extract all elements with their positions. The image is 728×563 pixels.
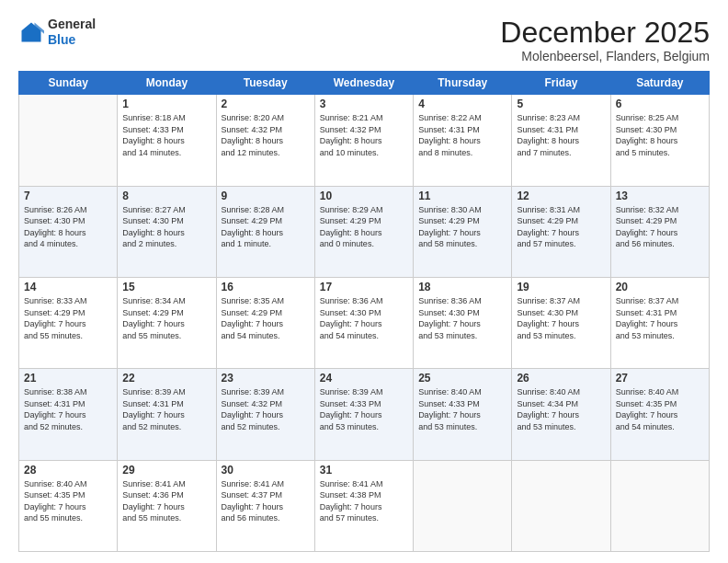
day-number: 24 [320, 372, 408, 385]
day-info: Sunrise: 8:28 AM Sunset: 4:29 PM Dayligh… [222, 204, 310, 250]
table-row: 15Sunrise: 8:34 AM Sunset: 4:29 PM Dayli… [118, 277, 216, 368]
col-wednesday: Wednesday [314, 72, 413, 95]
col-thursday: Thursday [414, 72, 512, 95]
day-number: 13 [616, 190, 704, 202]
page: General Blue December 2025 Molenbeersel,… [0, 0, 728, 563]
table-row: 21Sunrise: 8:38 AM Sunset: 4:31 PM Dayli… [19, 369, 118, 460]
day-info: Sunrise: 8:25 AM Sunset: 4:30 PM Dayligh… [616, 112, 704, 158]
table-row: 25Sunrise: 8:40 AM Sunset: 4:33 PM Dayli… [414, 369, 512, 460]
day-number: 27 [616, 372, 704, 385]
day-number: 16 [222, 281, 310, 293]
col-friday: Friday [512, 72, 610, 95]
day-number: 7 [24, 190, 112, 202]
table-row: 6Sunrise: 8:25 AM Sunset: 4:30 PM Daylig… [610, 95, 709, 186]
table-row: 8Sunrise: 8:27 AM Sunset: 4:30 PM Daylig… [118, 186, 216, 277]
day-info: Sunrise: 8:41 AM Sunset: 4:38 PM Dayligh… [320, 478, 408, 524]
day-number: 25 [418, 372, 506, 385]
day-info: Sunrise: 8:35 AM Sunset: 4:29 PM Dayligh… [222, 295, 310, 341]
day-number: 17 [320, 281, 408, 293]
logo-text: General Blue [48, 17, 96, 48]
location-subtitle: Molenbeersel, Flanders, Belgium [500, 49, 710, 63]
logo-icon [18, 19, 44, 45]
day-info: Sunrise: 8:31 AM Sunset: 4:29 PM Dayligh… [517, 204, 605, 250]
table-row: 24Sunrise: 8:39 AM Sunset: 4:33 PM Dayli… [314, 369, 413, 460]
day-info: Sunrise: 8:33 AM Sunset: 4:29 PM Dayligh… [24, 295, 112, 341]
calendar-week-row: 28Sunrise: 8:40 AM Sunset: 4:35 PM Dayli… [19, 460, 710, 551]
logo-blue: Blue [48, 32, 96, 48]
table-row: 18Sunrise: 8:36 AM Sunset: 4:30 PM Dayli… [414, 277, 512, 368]
day-number: 2 [222, 98, 310, 110]
table-row [19, 95, 118, 186]
table-row: 7Sunrise: 8:26 AM Sunset: 4:30 PM Daylig… [19, 186, 118, 277]
day-info: Sunrise: 8:36 AM Sunset: 4:30 PM Dayligh… [320, 295, 408, 341]
day-number: 21 [24, 372, 112, 385]
day-info: Sunrise: 8:38 AM Sunset: 4:31 PM Dayligh… [24, 386, 112, 432]
month-title: December 2025 [500, 17, 710, 49]
table-row [414, 460, 512, 551]
day-number: 15 [122, 281, 210, 293]
col-sunday: Sunday [19, 72, 118, 95]
day-info: Sunrise: 8:37 AM Sunset: 4:30 PM Dayligh… [517, 295, 605, 341]
day-number: 8 [122, 190, 210, 202]
table-row: 10Sunrise: 8:29 AM Sunset: 4:29 PM Dayli… [314, 186, 413, 277]
day-number: 10 [320, 190, 408, 202]
day-number: 14 [24, 281, 112, 293]
table-row: 17Sunrise: 8:36 AM Sunset: 4:30 PM Dayli… [314, 277, 413, 368]
day-info: Sunrise: 8:41 AM Sunset: 4:37 PM Dayligh… [222, 478, 310, 524]
day-number: 29 [122, 464, 210, 477]
day-number: 6 [616, 98, 704, 110]
table-row: 5Sunrise: 8:23 AM Sunset: 4:31 PM Daylig… [512, 95, 610, 186]
calendar-week-row: 14Sunrise: 8:33 AM Sunset: 4:29 PM Dayli… [19, 277, 710, 368]
day-number: 22 [122, 372, 210, 385]
table-row: 28Sunrise: 8:40 AM Sunset: 4:35 PM Dayli… [19, 460, 118, 551]
day-info: Sunrise: 8:39 AM Sunset: 4:31 PM Dayligh… [122, 386, 210, 432]
day-info: Sunrise: 8:27 AM Sunset: 4:30 PM Dayligh… [122, 204, 210, 250]
day-info: Sunrise: 8:18 AM Sunset: 4:33 PM Dayligh… [122, 112, 210, 158]
logo: General Blue [18, 17, 96, 48]
day-info: Sunrise: 8:29 AM Sunset: 4:29 PM Dayligh… [320, 204, 408, 250]
day-info: Sunrise: 8:32 AM Sunset: 4:29 PM Dayligh… [616, 204, 704, 250]
day-number: 19 [517, 281, 605, 293]
calendar-week-row: 7Sunrise: 8:26 AM Sunset: 4:30 PM Daylig… [19, 186, 710, 277]
day-info: Sunrise: 8:40 AM Sunset: 4:33 PM Dayligh… [418, 386, 506, 432]
col-tuesday: Tuesday [216, 72, 314, 95]
day-info: Sunrise: 8:36 AM Sunset: 4:30 PM Dayligh… [418, 295, 506, 341]
header: General Blue December 2025 Molenbeersel,… [18, 17, 710, 63]
day-info: Sunrise: 8:30 AM Sunset: 4:29 PM Dayligh… [418, 204, 506, 250]
title-block: December 2025 Molenbeersel, Flanders, Be… [500, 17, 710, 63]
day-info: Sunrise: 8:40 AM Sunset: 4:35 PM Dayligh… [24, 478, 112, 524]
day-number: 12 [517, 190, 605, 202]
table-row [610, 460, 709, 551]
table-row: 30Sunrise: 8:41 AM Sunset: 4:37 PM Dayli… [216, 460, 314, 551]
table-row [512, 460, 610, 551]
table-row: 2Sunrise: 8:20 AM Sunset: 4:32 PM Daylig… [216, 95, 314, 186]
calendar-week-row: 1Sunrise: 8:18 AM Sunset: 4:33 PM Daylig… [19, 95, 710, 186]
day-number: 9 [222, 190, 310, 202]
day-info: Sunrise: 8:21 AM Sunset: 4:32 PM Dayligh… [320, 112, 408, 158]
day-number: 18 [418, 281, 506, 293]
table-row: 14Sunrise: 8:33 AM Sunset: 4:29 PM Dayli… [19, 277, 118, 368]
day-info: Sunrise: 8:41 AM Sunset: 4:36 PM Dayligh… [122, 478, 210, 524]
table-row: 20Sunrise: 8:37 AM Sunset: 4:31 PM Dayli… [610, 277, 709, 368]
col-saturday: Saturday [610, 72, 709, 95]
table-row: 29Sunrise: 8:41 AM Sunset: 4:36 PM Dayli… [118, 460, 216, 551]
svg-marker-0 [22, 22, 41, 41]
day-info: Sunrise: 8:20 AM Sunset: 4:32 PM Dayligh… [222, 112, 310, 158]
table-row: 27Sunrise: 8:40 AM Sunset: 4:35 PM Dayli… [610, 369, 709, 460]
day-number: 23 [222, 372, 310, 385]
day-info: Sunrise: 8:23 AM Sunset: 4:31 PM Dayligh… [517, 112, 605, 158]
day-info: Sunrise: 8:34 AM Sunset: 4:29 PM Dayligh… [122, 295, 210, 341]
table-row: 26Sunrise: 8:40 AM Sunset: 4:34 PM Dayli… [512, 369, 610, 460]
table-row: 16Sunrise: 8:35 AM Sunset: 4:29 PM Dayli… [216, 277, 314, 368]
table-row: 1Sunrise: 8:18 AM Sunset: 4:33 PM Daylig… [118, 95, 216, 186]
day-info: Sunrise: 8:40 AM Sunset: 4:34 PM Dayligh… [517, 386, 605, 432]
day-number: 1 [122, 98, 210, 110]
day-number: 4 [418, 98, 506, 110]
day-number: 5 [517, 98, 605, 110]
logo-general: General [48, 17, 96, 32]
table-row: 4Sunrise: 8:22 AM Sunset: 4:31 PM Daylig… [414, 95, 512, 186]
day-info: Sunrise: 8:40 AM Sunset: 4:35 PM Dayligh… [616, 386, 704, 432]
day-info: Sunrise: 8:26 AM Sunset: 4:30 PM Dayligh… [24, 204, 112, 250]
table-row: 31Sunrise: 8:41 AM Sunset: 4:38 PM Dayli… [314, 460, 413, 551]
day-info: Sunrise: 8:39 AM Sunset: 4:32 PM Dayligh… [222, 386, 310, 432]
